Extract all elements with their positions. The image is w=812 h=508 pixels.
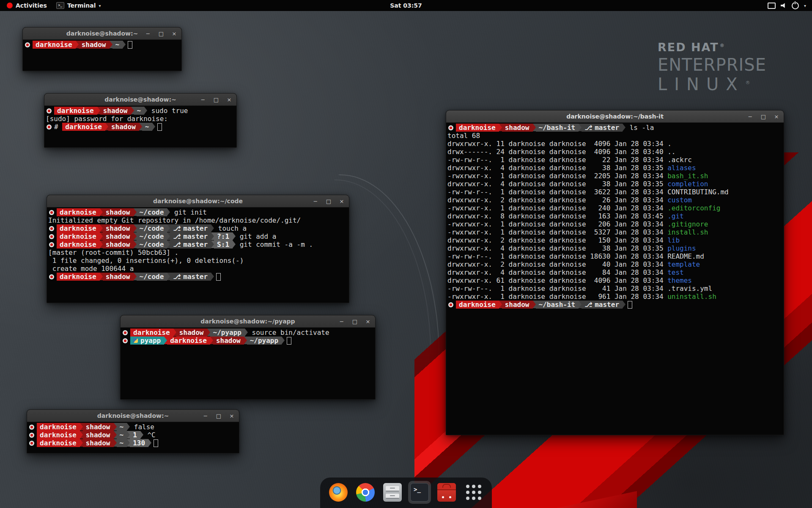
terminal-content[interactable]: darknoiseshadow~ sudo true[sudo] passwor… xyxy=(44,106,236,147)
dock-files[interactable] xyxy=(381,481,404,504)
system-menu[interactable]: ▾ xyxy=(768,0,812,11)
terminal-text: .. xyxy=(667,148,675,156)
clock[interactable]: Sat 03:57 xyxy=(0,2,812,9)
terminal-line: darknoiseshadow~/code⎇ masterS:1 git com… xyxy=(48,240,348,248)
window-maximize-button[interactable]: □ xyxy=(760,113,766,120)
dock-toolbox[interactable] xyxy=(435,481,458,504)
window-title: darknoise@shadow:~/pyapp xyxy=(121,318,375,325)
terminal-cursor xyxy=(128,41,132,49)
powerline-separator xyxy=(123,41,126,48)
window-close-button[interactable]: × xyxy=(171,30,177,37)
window-close-button[interactable]: × xyxy=(339,198,345,204)
terminal-line: [sudo] password for darknoise: xyxy=(46,115,235,123)
window-titlebar[interactable]: darknoise@shadow:~/pyapp−□× xyxy=(121,315,375,328)
powerline-separator xyxy=(210,337,213,344)
terminal-line: darknoiseshadow~/pyapp source bin/activa… xyxy=(122,329,374,337)
terminal-line: -rwxrwxr-x. 1 darknoise darknoise 961 Ja… xyxy=(447,293,782,301)
dock-terminal[interactable]: >_ xyxy=(408,481,431,504)
prompt-icon xyxy=(47,124,52,130)
dock-chrome[interactable] xyxy=(354,481,377,504)
powerline-separator xyxy=(167,240,170,248)
terminal-text: .editorconfig xyxy=(667,204,720,212)
terminal-prompt-glyph: >_ xyxy=(414,486,421,493)
prompt-segment-path: ~/pyapp xyxy=(247,337,282,345)
window-minimize-button[interactable]: − xyxy=(200,97,206,103)
window-minimize-button[interactable]: − xyxy=(747,113,753,120)
prompt-segment-venv: pyapp xyxy=(130,337,164,345)
prompt-icon xyxy=(49,226,54,231)
prompt-segment-path: ~ xyxy=(117,439,127,447)
terminal-line: darknoiseshadow~/code⎇ master touch a xyxy=(48,224,348,232)
powerline-separator xyxy=(623,301,625,308)
window-close-button[interactable]: × xyxy=(229,413,235,419)
terminal-text: sudo true xyxy=(147,107,188,115)
window-close-button[interactable]: × xyxy=(365,318,371,325)
window-minimize-button[interactable]: − xyxy=(339,318,345,325)
git-branch-icon: ⎇ xyxy=(584,124,595,132)
terminal-text: drwxrwxr-x. 2 darknoise darknoise 40 Jan… xyxy=(447,260,667,268)
dock-firefox[interactable] xyxy=(327,481,350,504)
terminal-line: darknoiseshadow~/code⎇ master xyxy=(48,273,348,281)
terminal-line: darknoiseshadow~ sudo true xyxy=(46,107,235,115)
dock-app-grid[interactable] xyxy=(462,481,485,504)
terminal-text: completion xyxy=(667,180,708,188)
prompt-segment-host: shadow xyxy=(103,273,134,281)
powerline-separator xyxy=(623,124,625,131)
powerline-separator xyxy=(211,232,214,240)
prompt-segment-path: ~ xyxy=(117,431,127,439)
terminal-cursor xyxy=(628,301,632,309)
window-titlebar[interactable]: darknoise@shadow:~−□× xyxy=(44,94,236,106)
window-close-button[interactable]: × xyxy=(774,113,779,120)
terminal-content[interactable]: darknoiseshadow~ xyxy=(23,40,181,71)
powerline-separator xyxy=(134,224,137,232)
window-maximize-button[interactable]: □ xyxy=(213,97,219,103)
window-minimize-button[interactable]: − xyxy=(313,198,318,204)
chevron-down-icon: ▾ xyxy=(804,3,806,8)
window-minimize-button[interactable]: − xyxy=(145,30,151,37)
window-controls: −□× xyxy=(313,195,345,207)
app-menu-label: Terminal xyxy=(67,2,96,9)
app-menu-terminal[interactable]: >_ Terminal ▾ xyxy=(52,0,105,11)
terminal-text: git add a xyxy=(236,232,276,240)
powerline-separator xyxy=(148,439,151,447)
prompt-segment-user: darknoise xyxy=(456,124,499,132)
terminal-text: bash_it.sh xyxy=(667,172,708,180)
terminal-window-w2: darknoise@shadow:~−□×darknoiseshadow~ su… xyxy=(44,93,237,148)
window-maximize-button[interactable]: □ xyxy=(216,413,222,419)
window-close-button[interactable]: × xyxy=(226,97,232,103)
powerline-separator xyxy=(134,208,137,216)
powerline-separator xyxy=(100,273,103,280)
terminal-window-w5: darknoise@shadow:~−□×darknoiseshadow~ fa… xyxy=(27,409,239,453)
prompt-segment-path: ~/bash-it xyxy=(536,124,579,132)
window-titlebar[interactable]: darknoise@shadow:~/code−□× xyxy=(47,195,349,207)
window-maximize-button[interactable]: □ xyxy=(326,198,332,204)
terminal-text: test xyxy=(667,268,684,276)
window-maximize-button[interactable]: □ xyxy=(352,318,358,325)
terminal-content[interactable]: darknoiseshadow~ falsedarknoiseshadow~1 … xyxy=(27,422,239,453)
window-titlebar[interactable]: darknoise@shadow:~−□× xyxy=(27,410,239,422)
terminal-line: -rwxrwxr-x. 1 darknoise darknoise 206 Ja… xyxy=(447,220,782,228)
activities-button[interactable]: Activities xyxy=(3,0,51,11)
window-minimize-button[interactable]: − xyxy=(203,413,208,419)
terminal-line: 1 file changed, 0 insertions(+), 0 delet… xyxy=(48,257,348,265)
window-titlebar[interactable]: darknoise@shadow:~/bash-it−□× xyxy=(446,110,784,123)
terminal-text: -rw-rw-r--. 1 darknoise darknoise 18630 … xyxy=(447,252,667,260)
git-branch-icon: ⎇ xyxy=(173,273,183,281)
terminal-line: -rwxrwxr-x. 1 darknoise darknoise 5327 J… xyxy=(447,228,782,236)
window-maximize-button[interactable]: □ xyxy=(158,30,164,37)
terminal-content[interactable]: darknoiseshadow~/bash-it⎇ master ls -lat… xyxy=(446,123,784,435)
powerline-separator xyxy=(282,337,285,344)
terminal-line: drwxrwxr-x. 61 darknoise darknoise 4096 … xyxy=(447,276,782,284)
prompt-segment-host: shadow xyxy=(176,329,207,337)
prompt-icon xyxy=(49,242,54,247)
window-controls: −□× xyxy=(747,110,779,122)
terminal-cursor xyxy=(287,337,291,345)
powerline-separator xyxy=(100,240,103,248)
window-titlebar[interactable]: darknoise@shadow:~−□× xyxy=(23,28,181,40)
terminal-line: drwxrwxr-x. 4 darknoise darknoise 38 Jan… xyxy=(447,164,782,172)
prompt-icon xyxy=(448,302,453,307)
window-title: darknoise@shadow:~/code xyxy=(47,198,349,204)
terminal-text: -rwxrwxr-x. 1 darknoise darknoise 5327 J… xyxy=(447,228,667,236)
terminal-content[interactable]: darknoiseshadow~/pyapp source bin/activa… xyxy=(121,328,375,399)
terminal-content[interactable]: darknoiseshadow~/code git initInitialize… xyxy=(47,207,349,303)
